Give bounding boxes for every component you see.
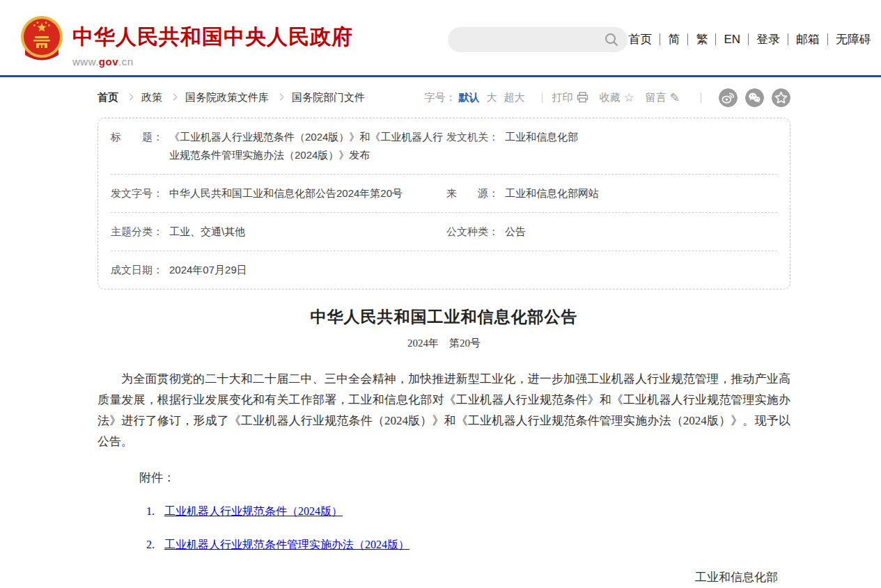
nav-separator <box>687 33 688 45</box>
nav-traditional[interactable]: 繁 <box>696 31 708 47</box>
site-url-suffix: .cn <box>118 56 134 67</box>
attachment-number: 1. <box>146 505 155 517</box>
meta-row: 主题分类： 工业、交通\其他 公文种类： 公告 <box>111 213 777 251</box>
page-toolbar: 字号： 默认 大 超大 打印 收藏 ☆ 留言 ✎ <box>425 88 791 107</box>
attachment-item-1: 1. 工业机器人行业规范条件（2024版） <box>146 504 790 519</box>
chevron-right-icon <box>171 93 178 100</box>
breadcrumb: 首页 政策 国务院政策文件库 国务院部门文件 <box>98 91 365 104</box>
meta-label-source: 来 源： <box>446 184 499 202</box>
meta-label-topic-category: 主题分类： <box>111 223 163 241</box>
toolbar-divider <box>701 93 701 103</box>
search-box[interactable] <box>448 27 627 52</box>
meta-value-issuing-agency: 工业和信息化部 <box>505 128 578 164</box>
font-size-xlarge-button[interactable]: 超大 <box>504 91 525 104</box>
chevron-right-icon <box>127 93 134 100</box>
nav-separator <box>788 33 788 45</box>
wechat-icon[interactable] <box>745 88 764 107</box>
nav-separator <box>748 33 749 45</box>
breadcrumb-policy-library[interactable]: 国务院政策文件库 <box>185 91 269 104</box>
attachment-item-2: 2. 工业机器人行业规范条件管理实施办法（2024版） <box>146 538 790 553</box>
nav-mail[interactable]: 邮箱 <box>796 31 820 47</box>
meta-row: 标 题： 《工业机器人行业规范条件（2024版）》和《工业机器人行业规范条件管理… <box>111 118 777 175</box>
font-size-default-button[interactable]: 默认 <box>459 91 480 104</box>
chevron-right-icon <box>277 93 284 100</box>
site-url: www.gov.cn <box>72 56 353 67</box>
printer-icon <box>577 92 588 103</box>
print-label: 打印 <box>552 91 573 104</box>
national-emblem-logo <box>19 15 65 64</box>
meta-label-doc-type: 公文种类： <box>446 223 499 241</box>
meta-row: 成文日期： 2024年07月29日 <box>111 251 777 289</box>
nav-home[interactable]: 首页 <box>628 31 652 47</box>
share-star-icon[interactable] <box>772 88 790 107</box>
comment-button[interactable]: 留言 ✎ <box>646 90 680 105</box>
top-nav: 首页 简 繁 EN 登录 邮箱 无障碍 <box>628 31 871 47</box>
font-size-large-button[interactable]: 大 <box>487 91 497 104</box>
meta-label-doc-number: 发文字号： <box>111 184 163 202</box>
document-body-paragraph: 为全面贯彻党的二十大和二十届二中、三中全会精神，加快推进新型工业化，进一步加强工… <box>98 369 790 452</box>
breadcrumb-department-docs[interactable]: 国务院部门文件 <box>292 91 365 104</box>
pencil-icon: ✎ <box>670 90 680 105</box>
meta-value-doc-type: 公告 <box>505 223 526 241</box>
search-icon[interactable] <box>604 32 619 47</box>
meta-value-date: 2024年07月29日 <box>169 261 247 279</box>
meta-label-date: 成文日期： <box>111 261 163 279</box>
breadcrumb-home[interactable]: 首页 <box>98 91 118 104</box>
site-url-gov: gov <box>99 56 118 67</box>
meta-row: 发文字号： 中华人民共和国工业和信息化部公告2024年第20号 来 源： 工业和… <box>111 175 777 213</box>
site-url-prefix: www. <box>72 56 99 67</box>
nav-english[interactable]: EN <box>724 33 740 47</box>
nav-separator <box>660 33 660 45</box>
meta-label-issuing-agency: 发文机关： <box>446 128 499 164</box>
breadcrumb-toolbar-row: 首页 政策 国务院政策文件库 国务院部门文件 字号： 默认 大 超大 打印 <box>98 88 790 107</box>
attachment-number: 2. <box>146 539 155 550</box>
favorite-label: 收藏 <box>600 91 621 104</box>
site-header: 中华人民共和国中央人民政府 www.gov.cn 首页 简 繁 EN 登录 邮箱… <box>0 0 881 77</box>
font-size-label: 字号： <box>425 91 456 104</box>
attachments-label: 附件： <box>139 470 790 486</box>
nav-simplified[interactable]: 简 <box>668 31 680 47</box>
document-title: 中华人民共和国工业和信息化部公告 <box>98 306 790 328</box>
document-meta-table: 标 题： 《工业机器人行业规范条件（2024版）》和《工业机器人行业规范条件管理… <box>98 118 790 289</box>
nav-separator <box>827 33 828 45</box>
nav-accessibility[interactable]: 无障碍 <box>836 31 871 47</box>
nav-separator <box>715 33 716 45</box>
meta-value-doc-number: 中华人民共和国工业和信息化部公告2024年第20号 <box>169 184 403 202</box>
document-article: 中华人民共和国工业和信息化部公告 2024年 第20号 为全面贯彻党的二十大和二… <box>98 306 790 588</box>
toolbar-divider <box>542 93 543 103</box>
meta-label-title: 标 题： <box>111 128 163 164</box>
comment-label: 留言 <box>646 91 666 104</box>
favorite-button[interactable]: 收藏 ☆ <box>600 90 634 105</box>
print-button[interactable]: 打印 <box>552 91 588 104</box>
breadcrumb-policy[interactable]: 政策 <box>141 91 162 104</box>
meta-value-topic-category: 工业、交通\其他 <box>169 223 245 241</box>
document-issue-number: 2024年 第20号 <box>98 337 790 350</box>
meta-value-title: 《工业机器人行业规范条件（2024版）》和《工业机器人行业规范条件管理实施办法（… <box>169 128 445 164</box>
signature-agency: 工业和信息化部 <box>695 569 778 585</box>
weibo-icon[interactable] <box>719 88 738 107</box>
meta-value-source: 工业和信息化部网站 <box>505 184 599 202</box>
signature-block: 工业和信息化部 2024年7月29日 <box>695 564 778 588</box>
search-input[interactable] <box>456 34 604 46</box>
attachment-link-1[interactable]: 工业机器人行业规范条件（2024版） <box>164 505 343 517</box>
attachment-link-2[interactable]: 工业机器人行业规范条件管理实施办法（2024版） <box>164 539 410 550</box>
nav-login[interactable]: 登录 <box>756 31 780 47</box>
site-title: 中华人民共和国中央人民政府 <box>72 23 353 51</box>
star-outline-icon: ☆ <box>624 90 634 105</box>
